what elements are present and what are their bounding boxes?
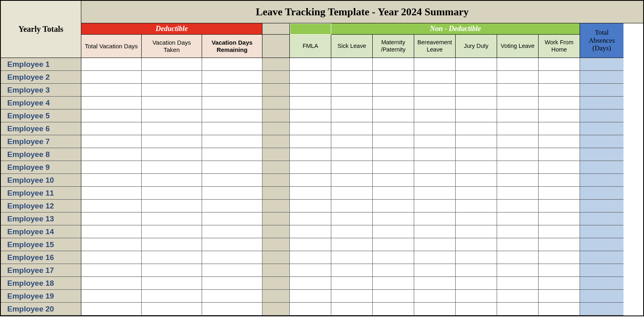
deductible-cell[interactable]	[81, 277, 142, 290]
deductible-cell[interactable]	[81, 148, 142, 161]
deductible-cell[interactable]	[202, 161, 262, 174]
nondeductible-cell[interactable]	[539, 148, 580, 161]
nondeductible-cell[interactable]	[290, 225, 331, 238]
nondeductible-cell[interactable]	[414, 238, 456, 251]
deductible-cell[interactable]	[142, 122, 202, 135]
deductible-cell[interactable]	[142, 109, 202, 122]
employee-name-cell[interactable]: Employee 3	[1, 84, 81, 97]
nondeductible-cell[interactable]	[497, 71, 539, 84]
deductible-cell[interactable]	[81, 303, 142, 316]
nondeductible-cell[interactable]	[290, 122, 331, 135]
nondeductible-cell[interactable]	[290, 109, 331, 122]
deductible-cell[interactable]	[202, 251, 262, 264]
nondeductible-cell[interactable]	[331, 174, 373, 187]
nondeductible-cell[interactable]	[331, 303, 373, 316]
deductible-cell[interactable]	[81, 161, 142, 174]
deductible-cell[interactable]	[142, 277, 202, 290]
employee-name-cell[interactable]: Employee 7	[1, 135, 81, 148]
nondeductible-cell[interactable]	[539, 200, 580, 212]
nondeductible-cell[interactable]	[497, 122, 539, 135]
nondeductible-cell[interactable]	[539, 174, 580, 187]
nondeductible-cell[interactable]	[456, 174, 497, 187]
nondeductible-cell[interactable]	[456, 71, 497, 84]
total-absences-cell[interactable]	[580, 161, 623, 174]
nondeductible-cell[interactable]	[331, 84, 373, 97]
nondeductible-cell[interactable]	[290, 238, 331, 251]
deductible-cell[interactable]	[142, 84, 202, 97]
nondeductible-cell[interactable]	[497, 238, 539, 251]
nondeductible-cell[interactable]	[290, 212, 331, 225]
nondeductible-cell[interactable]	[331, 161, 373, 174]
deductible-cell[interactable]	[81, 251, 142, 264]
nondeductible-cell[interactable]	[331, 109, 373, 122]
employee-name-cell[interactable]: Employee 9	[1, 161, 81, 174]
employee-name-cell[interactable]: Employee 8	[1, 148, 81, 161]
nondeductible-cell[interactable]	[497, 290, 539, 303]
nondeductible-cell[interactable]	[414, 135, 456, 148]
nondeductible-cell[interactable]	[456, 290, 497, 303]
employee-name-cell[interactable]: Employee 15	[1, 238, 81, 251]
deductible-cell[interactable]	[202, 303, 262, 316]
deductible-cell[interactable]	[142, 200, 202, 212]
nondeductible-cell[interactable]	[497, 161, 539, 174]
nondeductible-cell[interactable]	[373, 251, 414, 264]
deductible-cell[interactable]	[142, 174, 202, 187]
deductible-cell[interactable]	[202, 122, 262, 135]
nondeductible-cell[interactable]	[456, 109, 497, 122]
nondeductible-cell[interactable]	[373, 148, 414, 161]
employee-name-cell[interactable]: Employee 10	[1, 174, 81, 187]
nondeductible-cell[interactable]	[373, 58, 414, 71]
nondeductible-cell[interactable]	[331, 225, 373, 238]
nondeductible-cell[interactable]	[539, 303, 580, 316]
nondeductible-cell[interactable]	[290, 277, 331, 290]
nondeductible-cell[interactable]	[373, 109, 414, 122]
nondeductible-cell[interactable]	[331, 97, 373, 109]
nondeductible-cell[interactable]	[331, 148, 373, 161]
nondeductible-cell[interactable]	[456, 238, 497, 251]
deductible-cell[interactable]	[142, 187, 202, 200]
employee-name-cell[interactable]: Employee 4	[1, 97, 81, 109]
deductible-cell[interactable]	[202, 135, 262, 148]
nondeductible-cell[interactable]	[331, 277, 373, 290]
nondeductible-cell[interactable]	[497, 58, 539, 71]
nondeductible-cell[interactable]	[456, 58, 497, 71]
nondeductible-cell[interactable]	[539, 97, 580, 109]
nondeductible-cell[interactable]	[290, 161, 331, 174]
employee-name-cell[interactable]: Employee 18	[1, 277, 81, 290]
nondeductible-cell[interactable]	[331, 264, 373, 277]
nondeductible-cell[interactable]	[373, 135, 414, 148]
nondeductible-cell[interactable]	[539, 135, 580, 148]
deductible-cell[interactable]	[81, 174, 142, 187]
employee-name-cell[interactable]: Employee 20	[1, 303, 81, 316]
deductible-cell[interactable]	[142, 161, 202, 174]
nondeductible-cell[interactable]	[290, 84, 331, 97]
employee-name-cell[interactable]: Employee 12	[1, 200, 81, 212]
nondeductible-cell[interactable]	[497, 200, 539, 212]
nondeductible-cell[interactable]	[414, 97, 456, 109]
nondeductible-cell[interactable]	[456, 122, 497, 135]
nondeductible-cell[interactable]	[331, 200, 373, 212]
deductible-cell[interactable]	[81, 187, 142, 200]
nondeductible-cell[interactable]	[414, 303, 456, 316]
nondeductible-cell[interactable]	[456, 303, 497, 316]
total-absences-cell[interactable]	[580, 251, 623, 264]
nondeductible-cell[interactable]	[414, 174, 456, 187]
nondeductible-cell[interactable]	[290, 251, 331, 264]
deductible-cell[interactable]	[202, 71, 262, 84]
nondeductible-cell[interactable]	[414, 187, 456, 200]
employee-name-cell[interactable]: Employee 13	[1, 212, 81, 225]
deductible-cell[interactable]	[202, 238, 262, 251]
total-absences-cell[interactable]	[580, 303, 623, 316]
nondeductible-cell[interactable]	[497, 135, 539, 148]
nondeductible-cell[interactable]	[539, 109, 580, 122]
deductible-cell[interactable]	[202, 148, 262, 161]
total-absences-cell[interactable]	[580, 97, 623, 109]
nondeductible-cell[interactable]	[497, 264, 539, 277]
nondeductible-cell[interactable]	[373, 97, 414, 109]
nondeductible-cell[interactable]	[373, 71, 414, 84]
deductible-cell[interactable]	[202, 277, 262, 290]
nondeductible-cell[interactable]	[331, 187, 373, 200]
deductible-cell[interactable]	[202, 225, 262, 238]
nondeductible-cell[interactable]	[331, 238, 373, 251]
employee-name-cell[interactable]: Employee 17	[1, 264, 81, 277]
